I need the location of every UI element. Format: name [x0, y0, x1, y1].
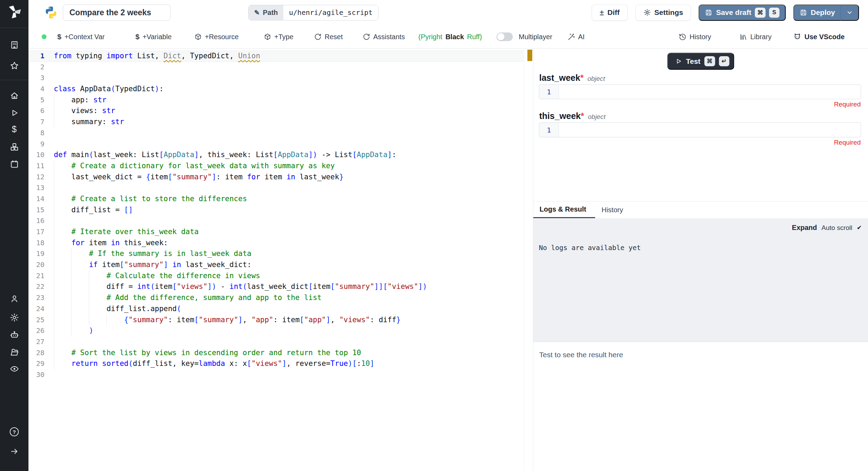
code-text [44, 215, 524, 226]
line-number: 13 [28, 182, 44, 194]
deploy-dropdown[interactable] [841, 9, 858, 16]
code-editor[interactable]: 1from typing import List, Dict, TypedDic… [28, 49, 533, 471]
test-label: Test [686, 57, 701, 66]
input-editor-area[interactable] [559, 123, 861, 137]
ai-button[interactable]: AI [567, 33, 585, 41]
history-button[interactable]: History [679, 33, 711, 41]
audit-eye-icon[interactable] [0, 364, 28, 374]
home-icon[interactable] [0, 91, 28, 100]
schedules-calendar-icon[interactable] [0, 160, 28, 169]
library-button[interactable]: Library [740, 33, 771, 41]
code-line[interactable]: 5 app: str [28, 95, 524, 106]
arg-this-week-input[interactable]: 1 [539, 122, 861, 137]
code-line[interactable]: 27 [28, 336, 524, 348]
code-line[interactable]: 8 [28, 128, 524, 139]
code-line[interactable]: 26 ) [28, 325, 524, 336]
add-variable-button[interactable]: $ +Variable [135, 33, 172, 41]
tab-logs-result[interactable]: Logs & Result [533, 202, 595, 218]
line-number: 16 [28, 215, 44, 226]
code-line[interactable]: 12 last_week_dict = {item["summary"]: it… [28, 172, 524, 183]
kbd-s: S [769, 8, 779, 18]
line-number: 12 [28, 172, 44, 183]
line-number: 30 [28, 369, 44, 380]
code-line[interactable]: 20 if item["summary"] in last_week_dict: [28, 259, 524, 271]
code-text: def main(last_week: List[AppData], this_… [44, 149, 524, 161]
code-line[interactable]: 19 # If the summary is in last_week data [28, 248, 524, 259]
code-line[interactable]: 13 [28, 182, 524, 194]
code-line[interactable]: 30 [28, 369, 524, 380]
multiplayer-toggle[interactable] [496, 33, 513, 41]
line-number: 2 [28, 62, 44, 73]
auto-scroll-label[interactable]: Auto scroll [821, 224, 852, 232]
code-line[interactable]: 24 diff_list.append( [28, 303, 524, 315]
save-draft-button[interactable]: Save draft ⌘ S [699, 5, 786, 21]
code-line[interactable]: 6 views: str [28, 105, 524, 117]
code-text [44, 128, 524, 139]
code-text: # Sort the list by views in descending o… [44, 348, 524, 359]
use-vscode-button[interactable]: Use VScode [793, 33, 845, 41]
collapse-arrow-right-icon[interactable] [0, 447, 28, 456]
gear-icon [643, 9, 651, 16]
variables-dollar-icon[interactable]: $ [0, 125, 28, 134]
script-title-input[interactable] [63, 5, 170, 21]
code-line[interactable]: 17 # Iterate over this_week data [28, 226, 524, 238]
runs-play-icon[interactable] [0, 108, 28, 118]
input-editor-area[interactable] [559, 85, 861, 99]
modified-marker [527, 50, 532, 61]
user-icon[interactable] [0, 294, 28, 303]
code-line[interactable]: 29 return sorted(diff_list, key=lambda x… [28, 358, 524, 369]
header-row-main: ✎ Path u/henri/agile_script ± Diff Setti… [28, 0, 868, 25]
diff-button[interactable]: ± Diff [592, 5, 628, 21]
code-line[interactable]: 4class AppData(TypedDict): [28, 84, 524, 95]
tab-history[interactable]: History [595, 202, 632, 218]
code-line[interactable]: 28 # Sort the list by views in descendin… [28, 348, 524, 359]
code-line[interactable]: 3 [28, 72, 524, 84]
code-line[interactable]: 16 [28, 215, 524, 226]
resources-boxes-icon[interactable] [0, 142, 28, 152]
code-line[interactable]: 21 # Calculate the difference in views [28, 271, 524, 282]
arg-last-week-input[interactable]: 1 [539, 84, 861, 99]
settings-button[interactable]: Settings [635, 5, 691, 21]
line-number: 7 [28, 117, 44, 128]
editor-overview-ruler[interactable] [524, 49, 533, 471]
code-text: app: str [44, 95, 524, 106]
library-label: Library [750, 33, 771, 41]
code-line[interactable]: 25 {"summary": item["summary"], "app": i… [28, 315, 524, 326]
code-line[interactable]: 9 [28, 139, 524, 150]
help-icon[interactable]: ? [0, 427, 28, 436]
favorites-star-icon[interactable] [0, 61, 28, 70]
deploy-button[interactable]: Deploy [793, 5, 859, 21]
check-icon[interactable]: ✔ [857, 224, 862, 231]
ai-label: AI [578, 33, 585, 41]
add-resource-button[interactable]: +Resource [194, 33, 239, 41]
workers-robot-icon[interactable] [0, 330, 28, 340]
code-line[interactable]: 22 diff = int(item["views"]) - int(last_… [28, 281, 524, 292]
windmill-logo-icon[interactable] [0, 4, 28, 20]
code-line[interactable]: 11 # Create a dictionary for last_week d… [28, 161, 524, 172]
workspace-building-icon[interactable] [0, 40, 28, 50]
code-line[interactable]: 10def main(last_week: List[AppData], thi… [28, 149, 524, 161]
code-line[interactable]: 23 # Add the difference, summary and app… [28, 292, 524, 303]
assistant-black: Black [445, 33, 464, 41]
expand-button[interactable]: Expand [792, 224, 817, 232]
reset-button[interactable]: Reset [314, 33, 343, 41]
add-context-var-label: +Context Var [65, 33, 105, 41]
folders-icon[interactable] [0, 348, 28, 357]
code-line[interactable]: 2 [28, 62, 524, 73]
add-context-var-button[interactable]: $ +Context Var [57, 33, 105, 41]
save-icon [705, 9, 712, 16]
code-line[interactable]: 18 for item in this_week: [28, 238, 524, 249]
code-line[interactable]: 15 diff_list = [] [28, 205, 524, 216]
settings-gear-icon[interactable] [0, 313, 28, 322]
assistants-button[interactable]: Assistants [363, 33, 405, 41]
code-line[interactable]: 14 # Create a list to store the differen… [28, 194, 524, 205]
path-value: u/henri/agile_script [283, 5, 378, 20]
test-button[interactable]: Test ⌘ ↵ [667, 53, 734, 70]
path-label-segment: ✎ Path [249, 5, 283, 20]
toggle-knob [497, 33, 504, 41]
add-type-button[interactable]: +Type [264, 33, 293, 41]
code-line[interactable]: 7 summary: str [28, 117, 524, 128]
code-line[interactable]: 1from typing import List, Dict, TypedDic… [28, 51, 524, 62]
script-path-chip[interactable]: ✎ Path u/henri/agile_script [248, 5, 378, 20]
line-number: 25 [28, 315, 44, 326]
